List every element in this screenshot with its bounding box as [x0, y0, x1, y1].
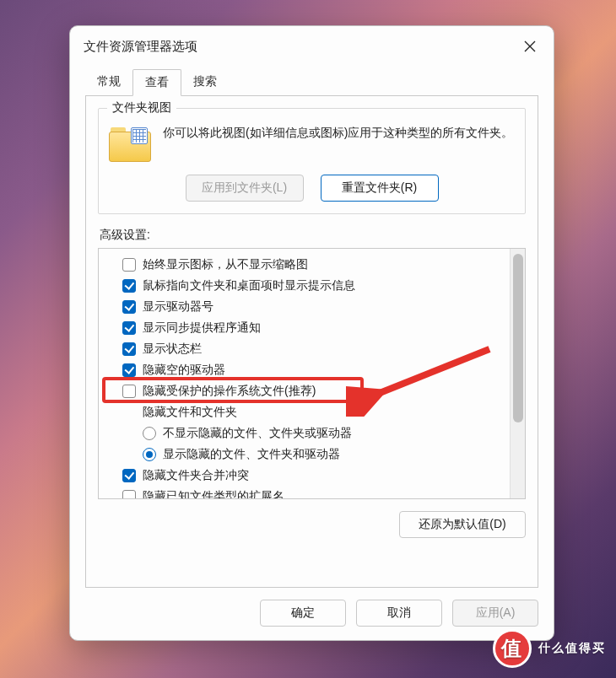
- cancel-button[interactable]: 取消: [356, 600, 442, 627]
- checkbox[interactable]: [122, 279, 136, 293]
- list-item-label: 始终显示图标，从不显示缩略图: [143, 256, 308, 273]
- list-item[interactable]: 显示隐藏的文件、文件夹和驱动器: [105, 444, 506, 465]
- restore-defaults-button[interactable]: 还原为默认值(D): [399, 511, 526, 538]
- tabs: 常规 查看 搜索: [70, 68, 554, 95]
- list-item[interactable]: 隐藏空的驱动器: [105, 359, 506, 380]
- list-item-label: 隐藏空的驱动器: [143, 361, 225, 379]
- list-item[interactable]: 隐藏受保护的操作系统文件(推荐): [105, 380, 506, 401]
- list-item-label: 隐藏文件夹合并冲突: [143, 466, 249, 484]
- checkbox[interactable]: [122, 469, 136, 482]
- checkbox[interactable]: [122, 300, 136, 314]
- list-item-label: 显示状态栏: [143, 340, 202, 358]
- folder-options-dialog: 文件资源管理器选项 常规 查看 搜索 文件夹视图 你可以将此视图(如详细信息或图…: [69, 25, 554, 641]
- list-item[interactable]: 显示状态栏: [105, 338, 506, 359]
- list-item[interactable]: 隐藏已知文件类型的扩展名: [105, 486, 506, 498]
- tab-search[interactable]: 搜索: [181, 69, 229, 96]
- tab-panel-view: 文件夹视图 你可以将此视图(如详细信息或图标)应用于这种类型的所有文件夹。 应用…: [85, 95, 538, 588]
- list-item[interactable]: 隐藏文件夹合并冲突: [105, 465, 506, 486]
- window-title: 文件资源管理器选项: [84, 39, 197, 55]
- checkbox[interactable]: [122, 342, 136, 356]
- checkbox[interactable]: [122, 258, 136, 272]
- list-item-label: 隐藏受保护的操作系统文件(推荐): [143, 382, 316, 400]
- checkbox[interactable]: [122, 363, 136, 377]
- list-item[interactable]: 始终显示图标，从不显示缩略图: [105, 254, 506, 275]
- close-button[interactable]: [518, 35, 542, 58]
- tab-general[interactable]: 常规: [85, 69, 132, 96]
- tab-view[interactable]: 查看: [132, 69, 181, 96]
- radio[interactable]: [143, 427, 156, 440]
- list-item-label: 显示同步提供程序通知: [143, 319, 261, 336]
- list-item[interactable]: 不显示隐藏的文件、文件夹或驱动器: [105, 422, 506, 444]
- list-item-label: 显示隐藏的文件、文件夹和驱动器: [163, 445, 340, 463]
- scrollbar[interactable]: [510, 249, 525, 498]
- folder-icon: [109, 127, 151, 163]
- watermark-icon: 值: [493, 629, 532, 668]
- watermark-text: 什么值得买: [538, 641, 606, 656]
- list-item[interactable]: 显示驱动器号: [105, 296, 506, 317]
- list-item-label: 显示驱动器号: [143, 298, 213, 315]
- list-item-label: 隐藏已知文件类型的扩展名: [143, 487, 284, 498]
- apply-button: 应用(A): [452, 600, 538, 627]
- list-item-label: 隐藏文件和文件夹: [143, 403, 237, 421]
- checkbox[interactable]: [122, 385, 136, 398]
- reset-folders-button[interactable]: 重置文件夹(R): [321, 175, 439, 202]
- checkbox[interactable]: [122, 321, 136, 335]
- list-item-label: 不显示隐藏的文件、文件夹或驱动器: [163, 424, 352, 442]
- checkbox[interactable]: [122, 490, 136, 499]
- advanced-settings-list: 始终显示图标，从不显示缩略图鼠标指向文件夹和桌面项时显示提示信息显示驱动器号显示…: [98, 248, 526, 499]
- apply-to-folders-button: 应用到文件夹(L): [186, 175, 304, 202]
- radio[interactable]: [143, 448, 156, 461]
- folder-view-legend: 文件夹视图: [107, 100, 176, 116]
- advanced-settings-label: 高级设置:: [100, 228, 526, 243]
- list-content: 始终显示图标，从不显示缩略图鼠标指向文件夹和桌面项时显示提示信息显示驱动器号显示…: [99, 249, 510, 498]
- list-item-label: 鼠标指向文件夹和桌面项时显示提示信息: [143, 277, 355, 294]
- close-icon: [524, 40, 536, 52]
- folder-view-group: 文件夹视图 你可以将此视图(如详细信息或图标)应用于这种类型的所有文件夹。 应用…: [98, 108, 526, 214]
- scroll-thumb[interactable]: [513, 254, 523, 422]
- folder-view-description: 你可以将此视图(如详细信息或图标)应用于这种类型的所有文件夹。: [163, 124, 515, 142]
- list-item[interactable]: 鼠标指向文件夹和桌面项时显示提示信息: [105, 275, 506, 296]
- list-item[interactable]: 显示同步提供程序通知: [105, 317, 506, 338]
- watermark: 值 什么值得买: [493, 629, 606, 668]
- dialog-footer: 确定 取消 应用(A): [70, 588, 554, 640]
- list-item: 隐藏文件和文件夹: [105, 401, 506, 422]
- titlebar: 文件资源管理器选项: [70, 26, 554, 65]
- ok-button[interactable]: 确定: [260, 600, 346, 627]
